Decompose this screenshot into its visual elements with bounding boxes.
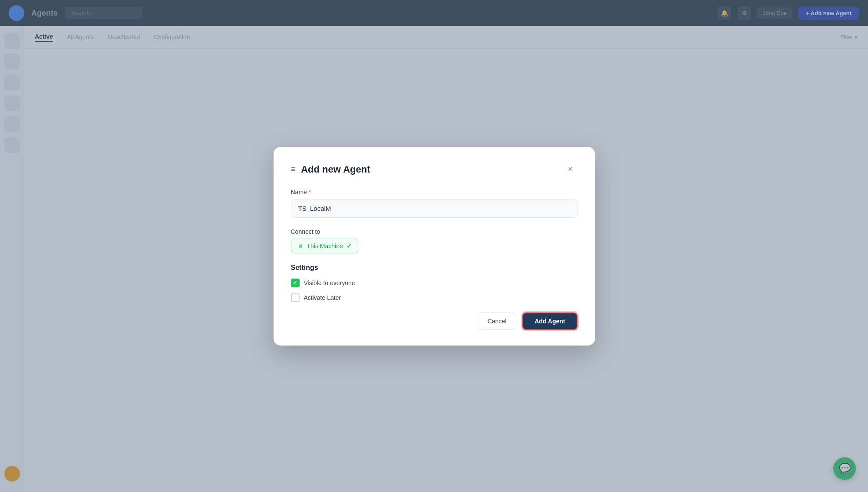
- settings-section: Settings Visible to everyone Activate La…: [291, 264, 578, 302]
- modal-overlay: ≡ Add new Agent × Name * Connect to 🖥 Th…: [0, 0, 868, 492]
- name-input[interactable]: [291, 199, 578, 218]
- required-indicator: *: [309, 189, 311, 196]
- cancel-button[interactable]: Cancel: [478, 312, 517, 330]
- connect-to-label: Connect to: [291, 228, 578, 235]
- modal-title-group: ≡ Add new Agent: [291, 164, 370, 175]
- activate-later-checkbox[interactable]: [291, 293, 300, 302]
- settings-title: Settings: [291, 264, 578, 272]
- activate-later-label: Activate Later: [304, 294, 341, 301]
- visible-to-everyone-checkbox[interactable]: [291, 279, 300, 287]
- this-machine-chip[interactable]: 🖥 This Machine ✓: [291, 239, 358, 253]
- monitor-icon: 🖥: [297, 243, 304, 249]
- modal-title: Add new Agent: [301, 164, 370, 175]
- add-agent-button[interactable]: Add Agent: [522, 312, 577, 330]
- modal-footer: Cancel Add Agent: [291, 312, 578, 330]
- add-agent-modal: ≡ Add new Agent × Name * Connect to 🖥 Th…: [274, 147, 595, 346]
- modal-close-button[interactable]: ×: [564, 163, 578, 176]
- connect-to-form-group: Connect to 🖥 This Machine ✓: [291, 228, 578, 253]
- modal-header: ≡ Add new Agent ×: [291, 163, 578, 176]
- name-label: Name *: [291, 189, 578, 196]
- connect-chip-checkmark: ✓: [347, 243, 352, 249]
- activate-later-row: Activate Later: [291, 293, 578, 302]
- visible-to-everyone-label: Visible to everyone: [304, 279, 355, 286]
- connect-chip-label: This Machine: [307, 243, 343, 249]
- name-form-group: Name *: [291, 189, 578, 218]
- agent-list-icon: ≡: [291, 164, 296, 174]
- visible-to-everyone-row: Visible to everyone: [291, 279, 578, 287]
